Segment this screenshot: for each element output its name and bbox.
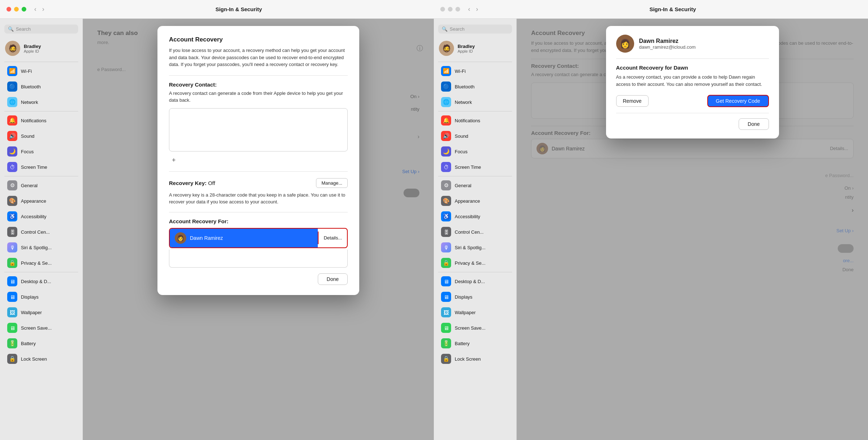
sidebar-user-right[interactable]: 🧔 Bradley Apple ID — [434, 37, 516, 60]
search-placeholder-right: Search — [450, 26, 464, 32]
search-bar-left[interactable]: 🔍 Search — [4, 25, 78, 34]
back-arrow-left[interactable]: ‹ — [32, 5, 39, 14]
minimize-button-left[interactable] — [14, 7, 19, 12]
sidebar-item-wifi-left[interactable]: 📶 Wi-Fi — [2, 63, 80, 79]
sidebar-item-network-right[interactable]: 🌐 Network — [436, 94, 514, 110]
sidebar-item-controlcenter-left[interactable]: 🎛 Control Cen... — [2, 224, 80, 239]
back-arrow-right[interactable]: ‹ — [466, 5, 472, 14]
sidebar-item-battery-left[interactable]: 🔋 Battery — [2, 336, 80, 351]
popup-contact-info-right: Dawn Ramirez dawn_ramirez@icloud.com — [639, 38, 696, 50]
sidebar-item-screentime-right[interactable]: ⏱ Screen Time — [436, 159, 514, 175]
desktop-label-right: Desktop & D... — [455, 279, 485, 284]
lockscreen-label-left: Lock Screen — [21, 356, 47, 362]
notifications-icon-left: 🔔 — [7, 115, 17, 126]
bluetooth-label-right: Bluetooth — [455, 84, 475, 89]
sidebar-item-sound-right[interactable]: 🔊 Sound — [436, 128, 514, 144]
traffic-lights-left — [6, 7, 26, 12]
sidebar-item-general-left[interactable]: ⚙ General — [2, 178, 80, 193]
sidebar-item-wifi-right[interactable]: 📶 Wi-Fi — [436, 63, 514, 79]
recovery-key-status-left: Off — [208, 180, 215, 186]
sidebar-item-appearance-right[interactable]: 🎨 Appearance — [436, 193, 514, 208]
right-window: ‹ › Sign-In & Security 🔍 Search 🧔 Bradle… — [434, 0, 868, 440]
appearance-icon-right: 🎨 — [441, 196, 451, 206]
popup-contact-name-right: Dawn Ramirez — [639, 38, 696, 44]
sidebar-item-displays-right[interactable]: 🖥 Displays — [436, 289, 514, 304]
displays-icon-left: 🖥 — [7, 292, 17, 302]
appearance-icon-left: 🎨 — [7, 196, 17, 206]
search-icon-right: 🔍 — [442, 26, 448, 32]
sidebar-item-screensaver-left[interactable]: 🖥 Screen Save... — [2, 320, 80, 335]
minimize-button-right[interactable] — [448, 7, 453, 12]
sidebar-item-siri-left[interactable]: 🎙 Siri & Spotlig... — [2, 240, 80, 255]
network-label-left: Network — [21, 100, 38, 105]
lockscreen-label-right: Lock Screen — [455, 356, 481, 362]
sidebar-item-bluetooth-right[interactable]: 🔵 Bluetooth — [436, 79, 514, 94]
forward-arrow-left[interactable]: › — [40, 5, 46, 14]
network-icon-left: 🌐 — [7, 97, 17, 107]
focus-icon-right: 🌙 — [441, 146, 451, 157]
sidebar-item-lockscreen-left[interactable]: 🔒 Lock Screen — [2, 351, 80, 366]
privacy-label-right: Privacy & Se... — [455, 260, 485, 266]
sidebar-item-displays-left[interactable]: 🖥 Displays — [2, 289, 80, 304]
sidebar-divider-left — [4, 62, 78, 62]
sidebar-item-notifications-right[interactable]: 🔔 Notifications — [436, 113, 514, 128]
sidebar-item-network-left[interactable]: 🌐 Network — [2, 94, 80, 110]
popup-done-button-right[interactable]: Done — [739, 118, 769, 130]
sidebar-item-screentime-left[interactable]: ⏱ Screen Time — [2, 159, 80, 175]
sidebar-item-appearance-left[interactable]: 🎨 Appearance — [2, 193, 80, 208]
screensaver-icon-right: 🖥 — [441, 323, 451, 333]
details-button-left[interactable]: Details... — [318, 232, 347, 244]
close-button-left[interactable] — [6, 7, 11, 12]
user-name-left: Bradley — [24, 44, 41, 49]
sidebar-item-general-right[interactable]: ⚙ General — [436, 178, 514, 193]
forward-arrow-right[interactable]: › — [474, 5, 480, 14]
sidebar-item-focus-right[interactable]: 🌙 Focus — [436, 144, 514, 159]
remove-button-right[interactable]: Remove — [616, 95, 649, 107]
sidebar-item-sound-left[interactable]: 🔊 Sound — [2, 128, 80, 144]
sidebar-item-accessibility-left[interactable]: ♿ Accessibility — [2, 209, 80, 224]
sidebar-item-desktop-right[interactable]: 🖥 Desktop & D... — [436, 274, 514, 289]
screensaver-icon-left: 🖥 — [7, 323, 17, 333]
sidebar-item-bluetooth-left[interactable]: 🔵 Bluetooth — [2, 79, 80, 94]
sidebar-item-privacy-right[interactable]: 🔒 Privacy & Se... — [436, 255, 514, 270]
bluetooth-icon-right: 🔵 — [441, 82, 451, 92]
sidebar-item-controlcenter-right[interactable]: 🎛 Control Cen... — [436, 224, 514, 239]
sidebar-item-lockscreen-right[interactable]: 🔒 Lock Screen — [436, 351, 514, 366]
sidebar-item-siri-right[interactable]: 🎙 Siri & Spotlig... — [436, 240, 514, 255]
main-content-left: They can also more. ⓘ e Password... On ›… — [83, 19, 434, 440]
focus-label-right: Focus — [455, 149, 467, 154]
window-body-right: 🔍 Search 🧔 Bradley Apple ID 📶 Wi-Fi 🔵 Bl — [434, 19, 868, 440]
popup-desc-right: As a recovery contact, you can provide a… — [616, 74, 769, 88]
screensaver-label-left: Screen Save... — [21, 325, 52, 331]
recovery-contact-title-left: Recovery Contact: — [169, 82, 348, 88]
modal-desc-left: If you lose access to your account, a re… — [169, 47, 348, 68]
maximize-button-left[interactable] — [22, 7, 26, 12]
screentime-icon-left: ⏱ — [7, 162, 17, 172]
manage-button-left[interactable]: Manage... — [316, 178, 348, 188]
popup-footer-right: Done — [616, 113, 769, 130]
close-button-right[interactable] — [440, 7, 445, 12]
sidebar-user-left[interactable]: 🧔 Bradley Apple ID — [0, 37, 83, 60]
search-bar-right[interactable]: 🔍 Search — [438, 25, 512, 34]
notifications-label-right: Notifications — [455, 118, 480, 123]
sidebar-item-privacy-left[interactable]: 🔒 Privacy & Se... — [2, 255, 80, 270]
sidebar-item-wallpaper-left[interactable]: 🖼 Wallpaper — [2, 305, 80, 320]
sidebar-item-wallpaper-right[interactable]: 🖼 Wallpaper — [436, 305, 514, 320]
sidebar-item-focus-left[interactable]: 🌙 Focus — [2, 144, 80, 159]
account-recovery-for-title-left: Account Recovery For: — [169, 218, 348, 224]
recovery-contact-selected-left[interactable]: 👩 Dawn Ramirez — [170, 229, 318, 247]
general-icon-right: ⚙ — [441, 180, 451, 190]
maximize-button-right[interactable] — [455, 7, 460, 12]
get-recovery-code-button-right[interactable]: Get Recovery Code — [707, 95, 769, 107]
main-content-right: Account Recovery If you lose access to y… — [517, 19, 868, 440]
add-contact-button-left[interactable]: + — [169, 155, 179, 166]
sidebar-item-battery-right[interactable]: 🔋 Battery — [436, 336, 514, 351]
popup-actions-right: Remove Get Recovery Code — [616, 95, 769, 107]
sidebar-item-notifications-left[interactable]: 🔔 Notifications — [2, 113, 80, 128]
controlcenter-icon-left: 🎛 — [7, 227, 17, 237]
sidebar-item-accessibility-right[interactable]: ♿ Accessibility — [436, 209, 514, 224]
sidebar-item-desktop-left[interactable]: 🖥 Desktop & D... — [2, 274, 80, 289]
traffic-lights-right — [440, 7, 460, 12]
done-button-left[interactable]: Done — [318, 273, 348, 285]
sidebar-item-screensaver-right[interactable]: 🖥 Screen Save... — [436, 320, 514, 335]
